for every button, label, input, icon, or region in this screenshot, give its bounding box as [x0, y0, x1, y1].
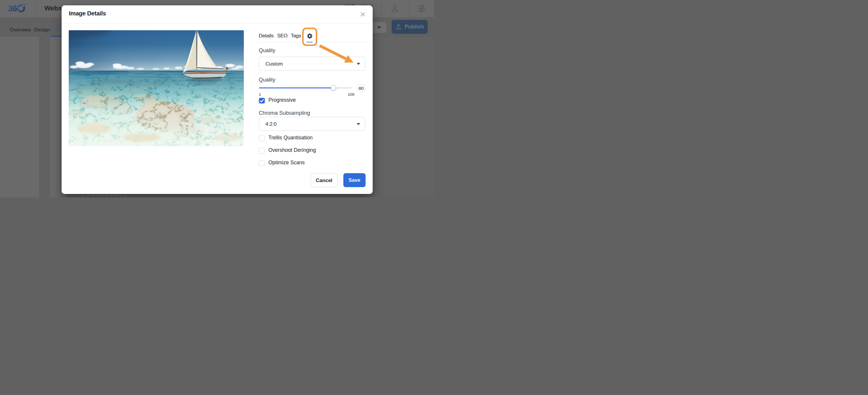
svg-text:36: 36: [8, 4, 17, 13]
svg-text:R: R: [25, 4, 26, 5]
